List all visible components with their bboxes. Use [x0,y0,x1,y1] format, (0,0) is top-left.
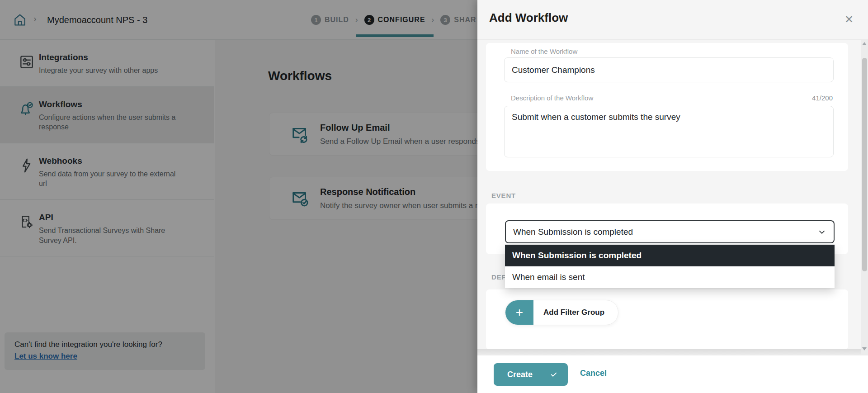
add-workflow-modal: Add Workflow ✕ Name of the Workflow Desc… [477,0,868,393]
event-select-value: When Submission is completed [513,227,817,237]
filters-card: + Add Filter Group [486,289,848,350]
define-section-label-partial: DEF [491,273,506,281]
dropdown-option-submission-completed[interactable]: When Submission is completed [505,245,835,266]
scrollbar-thumb[interactable] [862,58,867,271]
create-button-label: Create [507,370,533,379]
create-button[interactable]: Create [494,363,568,386]
workflow-description-textarea[interactable]: Submit when a customer submits the surve… [504,106,834,157]
close-icon: ✕ [844,13,854,26]
cancel-button[interactable]: Cancel [580,369,607,378]
plus-icon: + [505,300,533,325]
check-icon [550,370,558,379]
screen: › Mydemoaccount NPS - 3 1 BUILD › 2 CONF… [0,0,868,393]
dropdown-option-email-sent[interactable]: When email is sent [505,266,835,288]
char-counter: 41/200 [812,94,833,102]
event-select[interactable]: When Submission is completed [505,220,835,243]
event-section-label: EVENT [491,192,516,199]
name-field-label: Name of the Workflow [511,47,577,55]
chevron-down-icon [817,227,826,237]
event-dropdown-menu: When Submission is completed When email … [505,245,835,288]
add-filter-group-label: Add Filter Group [533,300,618,325]
workflow-name-input[interactable] [504,57,834,82]
scrollbar-up-arrow[interactable] [862,42,867,45]
close-button[interactable]: ✕ [840,11,858,28]
modal-footer: Create Cancel [477,355,868,393]
modal-backdrop[interactable] [0,0,477,393]
add-filter-group-button[interactable]: + Add Filter Group [505,300,618,325]
workflow-details-card: Name of the Workflow Description of the … [486,43,848,171]
footer-divider [477,349,868,355]
scrollbar-down-arrow[interactable] [862,347,867,350]
modal-header: Add Workflow ✕ [477,0,868,40]
description-field-label: Description of the Workflow [511,94,593,102]
modal-title: Add Workflow [489,11,568,25]
